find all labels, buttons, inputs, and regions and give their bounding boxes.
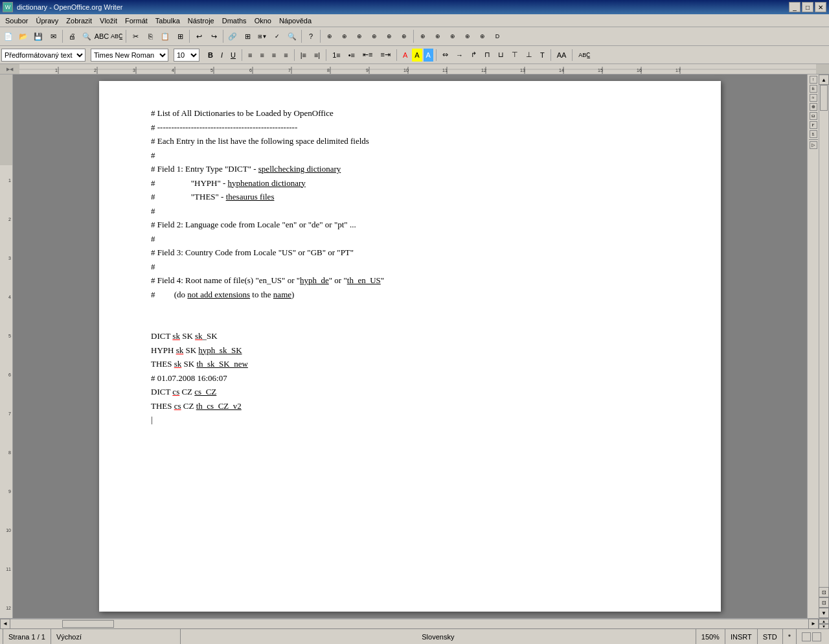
document-content[interactable]: # List of All Dictionaries to be Loaded … (151, 107, 682, 426)
align-center[interactable]: ≡ (256, 49, 267, 62)
status-icon-1[interactable] (802, 632, 811, 641)
redo-button[interactable]: ↪ (207, 29, 221, 43)
spellcheck-button[interactable]: ABC (95, 29, 109, 43)
copy-button[interactable]: ⎘ (143, 29, 157, 43)
side-btn-6[interactable]: F (810, 121, 817, 129)
menu-zobrazit[interactable]: Zobrazit (62, 16, 96, 26)
fmt-more6[interactable]: ⊤ (508, 49, 521, 62)
h-scroll-track[interactable] (10, 619, 808, 628)
more6[interactable]: ⊕ (397, 29, 411, 43)
side-btn-7[interactable]: Σ (810, 130, 817, 138)
menu-upravy[interactable]: Úpravy (32, 16, 62, 26)
menu-nastroje[interactable]: Nástroje (184, 16, 218, 26)
cut-button[interactable]: ✂ (128, 29, 142, 43)
fmt-more4[interactable]: ⊓ (481, 49, 494, 62)
menu-format[interactable]: Formát (121, 16, 152, 26)
more4[interactable]: ⊕ (367, 29, 381, 43)
more5[interactable]: ⊕ (382, 29, 396, 43)
fmt-more5[interactable]: ⊔ (495, 49, 507, 62)
more10[interactable]: ⊕ (460, 29, 475, 43)
more3[interactable]: ⊕ (352, 29, 367, 43)
align2-right[interactable]: ≡| (311, 49, 323, 62)
table-dropdown[interactable]: ⊞▼ (255, 29, 269, 43)
save-button[interactable]: 💾 (31, 29, 45, 43)
document-area[interactable]: # List of All Dictionaries to be Loaded … (13, 75, 807, 618)
scroll-up-button[interactable]: ▲ (819, 75, 829, 85)
align-left[interactable]: ≡ (245, 49, 255, 62)
more2[interactable]: ⊕ (337, 29, 352, 43)
menu-soubor[interactable]: Soubor (1, 16, 32, 26)
more9[interactable]: ⊕ (446, 29, 460, 43)
undo-button[interactable]: ↩ (192, 29, 206, 43)
style-dropdown[interactable]: Předformátovaný text (1, 49, 85, 62)
fmt-more8[interactable]: T (537, 49, 548, 62)
menu-napoveda[interactable]: Nápověda (275, 16, 315, 26)
align-right[interactable]: ≡ (269, 49, 279, 62)
menu-okno[interactable]: Okno (251, 16, 275, 26)
print-preview-button[interactable]: 🔍 (80, 29, 94, 43)
fmt-more7[interactable]: ⊥ (523, 49, 536, 62)
list-num[interactable]: 1≡ (329, 49, 344, 62)
side-btn-1[interactable]: ↑ (810, 76, 817, 84)
side-btn-2[interactable]: fi (810, 85, 817, 93)
indent[interactable]: ≡⇥ (377, 49, 393, 62)
new-button[interactable]: 📄 (1, 29, 16, 43)
font-color[interactable]: A (400, 49, 411, 62)
more11[interactable]: ⊕ (475, 29, 490, 43)
window-controls[interactable]: _ □ ✕ (789, 2, 826, 12)
email-button[interactable]: ✉ (46, 29, 60, 43)
align2-left[interactable]: |≡ (297, 49, 310, 62)
list-bullet[interactable]: •≡ (345, 49, 358, 62)
v-scroll-up-small[interactable]: ▲ (819, 619, 829, 624)
fmt-aa[interactable]: AA (554, 49, 570, 62)
help-button[interactable]: ? (304, 29, 318, 43)
fmt-more3[interactable]: ↱ (468, 49, 480, 62)
bg-color[interactable]: A (424, 49, 433, 62)
clone-button[interactable]: ⊞ (173, 29, 187, 43)
side-btn-4[interactable]: ⊕ (810, 103, 817, 111)
menu-vlozit[interactable]: Vložit (96, 16, 121, 26)
scroll-track[interactable] (819, 85, 829, 587)
status-icon-2[interactable] (812, 632, 821, 641)
font-dropdown[interactable]: Times New Roman (91, 49, 168, 62)
scroll-down-button[interactable]: ▼ (819, 608, 829, 618)
paste-button[interactable]: 📋 (158, 29, 172, 43)
bold-button[interactable]: B (205, 49, 216, 62)
h-scroll-thumb[interactable] (62, 620, 114, 628)
more12[interactable]: D (490, 29, 505, 43)
minimize-button[interactable]: _ (789, 2, 801, 12)
scroll-page-down[interactable]: ⊡ (819, 597, 829, 608)
outdent[interactable]: ⇤≡ (359, 49, 376, 62)
menu-tabulka[interactable]: Tabulka (152, 16, 184, 26)
table-button[interactable]: ⊞ (240, 29, 255, 43)
more7[interactable]: ⊕ (416, 29, 430, 43)
italic-button[interactable]: I (218, 49, 226, 62)
highlight-color[interactable]: A (412, 49, 422, 62)
menu-dmaths[interactable]: Dmaths (218, 16, 251, 26)
side-btn-8[interactable]: ▷ (810, 141, 817, 149)
v-scroll-small-btns[interactable]: ▲ ▼ (819, 619, 829, 629)
side-btn-5[interactable]: Ω (810, 112, 817, 120)
hyperlink-button[interactable]: 🔗 (225, 29, 240, 43)
show-changes[interactable]: ✓ (270, 29, 284, 43)
scroll-page-up[interactable]: ⊡ (819, 587, 829, 597)
more8[interactable]: ⊕ (431, 29, 445, 43)
size-dropdown[interactable]: 10 (174, 49, 199, 62)
close-button[interactable]: ✕ (815, 2, 826, 12)
scroll-thumb[interactable] (820, 85, 828, 111)
fmt-spell[interactable]: ABC̲ (575, 49, 593, 62)
horizontal-scrollbar[interactable]: ◄ ► ▲ ▼ (0, 618, 829, 628)
vertical-scrollbar[interactable]: ▲ ⊡ ⊡ ▼ (819, 75, 829, 618)
spellcheck2-button[interactable]: ABC̲ (109, 29, 124, 43)
align-justify[interactable]: ≡ (280, 49, 291, 62)
underline-button[interactable]: U (227, 49, 239, 62)
open-button[interactable]: 📂 (16, 29, 30, 43)
more1[interactable]: ⊕ (323, 29, 337, 43)
h-scroll-left[interactable]: ◄ (0, 619, 10, 629)
v-scroll-down-small[interactable]: ▼ (819, 624, 829, 629)
side-btn-3[interactable]: ≈ (810, 94, 817, 102)
print-button[interactable]: 🖨 (65, 29, 79, 43)
maximize-button[interactable]: □ (802, 2, 813, 12)
find-button[interactable]: 🔍 (285, 29, 299, 43)
fmt-more2[interactable]: → (453, 49, 466, 62)
